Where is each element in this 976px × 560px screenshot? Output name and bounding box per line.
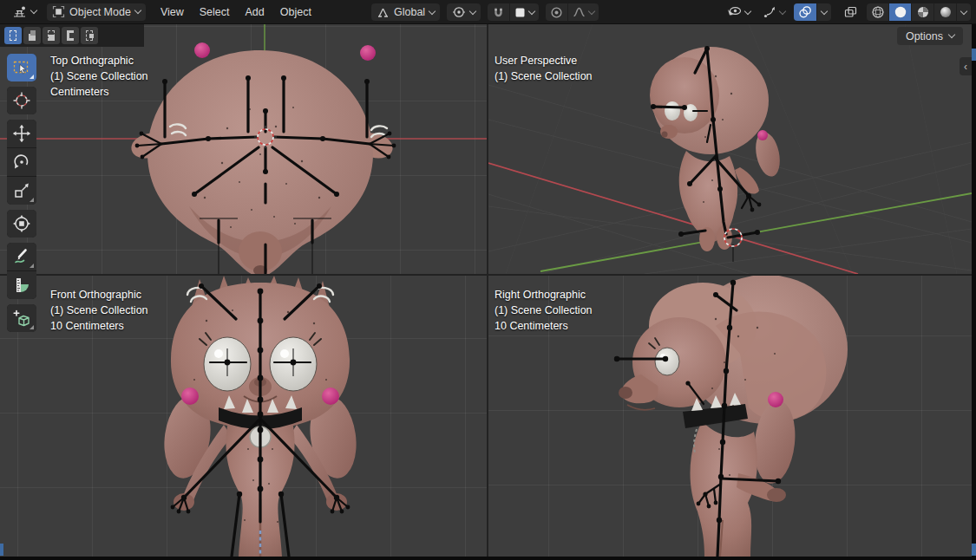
select-mode-new[interactable] [4, 27, 22, 44]
proportional-edit-group [546, 3, 599, 21]
chevron-down-icon [948, 31, 955, 38]
x-axis-line [488, 163, 858, 274]
overlays-dropdown[interactable] [817, 3, 831, 21]
orientation-label: Global [394, 6, 425, 18]
snap-toggle[interactable] [488, 3, 509, 21]
editor-type-selector[interactable] [7, 3, 42, 21]
rotate-icon [12, 153, 31, 172]
select-mode-intersect[interactable] [81, 27, 98, 44]
select-intersect-icon [86, 30, 93, 41]
character-right-view [619, 276, 848, 557]
viewport-right-canvas [488, 276, 972, 557]
character-top-view [128, 42, 396, 274]
snap-settings-dropdown[interactable] [510, 3, 539, 21]
display-settings-group [723, 3, 971, 21]
options-button[interactable]: Options [897, 27, 963, 45]
select-invert-icon [67, 30, 74, 41]
sidebar-toggle-glyph: ‹ [964, 61, 967, 73]
pivot-point-dropdown[interactable] [447, 3, 481, 21]
sidebar-toggle[interactable]: ‹ [960, 57, 972, 75]
tool-scale[interactable] [7, 177, 36, 205]
chevron-down-icon [469, 7, 476, 14]
chevron-down-icon [134, 7, 141, 14]
mode-label: Object Mode [69, 6, 131, 18]
scale-icon [12, 181, 31, 200]
snap-increment-icon [514, 7, 526, 18]
mode-selector[interactable]: Object Mode [47, 3, 146, 21]
viewport-front-canvas [0, 276, 487, 557]
transform-icon [12, 214, 31, 233]
3d-cursor-icon [12, 91, 31, 110]
select-mode-extend[interactable] [23, 27, 41, 44]
tool-annotate[interactable] [7, 243, 36, 270]
tool-settings-strip [0, 24, 144, 47]
overlays-icon [798, 5, 812, 19]
falloff-curve-icon [573, 6, 586, 18]
chevron-down-icon [821, 7, 828, 14]
tool-move[interactable] [7, 120, 36, 147]
gizmos-dropdown[interactable] [759, 3, 789, 21]
select-mode-invert[interactable] [62, 27, 79, 44]
edge-accent-bottom-left [0, 544, 3, 556]
falloff-dropdown[interactable] [568, 3, 599, 21]
transform-settings-group: Global [371, 3, 599, 21]
shading-dropdown[interactable] [957, 3, 971, 21]
menu-select[interactable]: Select [192, 3, 238, 21]
shading-solid-button[interactable] [889, 3, 911, 21]
tool-rotate[interactable] [7, 148, 36, 176]
chevron-down-icon [528, 7, 535, 14]
add-cube-icon [12, 309, 31, 328]
chevron-down-icon [30, 7, 37, 14]
proportional-edit-toggle[interactable] [546, 3, 567, 21]
quad-view-workspace: Options [0, 24, 972, 557]
select-new-icon [10, 30, 16, 41]
magnet-icon [492, 6, 505, 19]
tool-add-cube[interactable] [7, 304, 36, 332]
select-box-icon [12, 58, 31, 77]
wireframe-sphere-icon [871, 5, 885, 19]
shading-rendered-button[interactable] [934, 3, 956, 21]
viewport-top-canvas [0, 24, 487, 274]
viewport-front-orthographic[interactable]: Front Orthographic (1) Scene Collection … [0, 276, 487, 557]
menu-add[interactable]: Add [238, 3, 272, 21]
shading-wireframe-button[interactable] [867, 3, 888, 21]
chevron-down-icon [779, 7, 786, 14]
viewport-header: Object Mode View Select Add Object Globa… [0, 0, 976, 24]
tool-transform[interactable] [7, 210, 36, 238]
chevron-down-icon [588, 7, 595, 14]
visibility-eye-icon [726, 5, 742, 19]
solid-sphere-icon [894, 5, 907, 19]
xray-toggle[interactable] [840, 3, 861, 21]
select-extend-icon [29, 30, 36, 41]
measure-icon [12, 276, 31, 295]
menu-view[interactable]: View [153, 3, 192, 21]
annotate-pen-icon [12, 247, 31, 266]
tool-select-box[interactable] [7, 54, 36, 81]
edge-accent-bottom-right [972, 544, 976, 556]
object-mode-icon [52, 5, 65, 18]
xray-icon [843, 5, 858, 19]
select-subtract-icon [48, 30, 55, 41]
viewport-top-orthographic[interactable]: Top Orthographic (1) Scene Collection Ce… [0, 24, 487, 274]
transform-orientation-dropdown[interactable]: Global [371, 3, 440, 21]
menu-object[interactable]: Object [272, 3, 319, 21]
pivot-point-icon [452, 5, 466, 19]
viewport-user-perspective[interactable]: ‹ User Perspective (1) Scene Collection [488, 24, 972, 274]
object-visibility-dropdown[interactable] [723, 3, 754, 21]
overlays-toggle[interactable] [794, 3, 816, 21]
viewport-right-orthographic[interactable]: Right Orthographic (1) Scene Collection … [488, 276, 972, 557]
tool-cursor[interactable] [7, 87, 36, 114]
chevron-down-icon [960, 7, 967, 14]
select-mode-subtract[interactable] [43, 27, 60, 44]
tool-measure[interactable] [7, 271, 36, 299]
chevron-down-icon [744, 7, 751, 14]
blender-window: .bn{stroke:#0d0d0d;stroke-width:3.2;stro… [0, 0, 976, 560]
options-label: Options [906, 30, 943, 42]
viewport-user-canvas [488, 24, 972, 274]
material-sphere-icon [916, 5, 930, 19]
edge-accent-top-right [972, 49, 976, 61]
snapping-group [488, 3, 539, 21]
overlays-group [794, 3, 831, 21]
tool-shelf [7, 54, 36, 332]
shading-material-button[interactable] [912, 3, 933, 21]
